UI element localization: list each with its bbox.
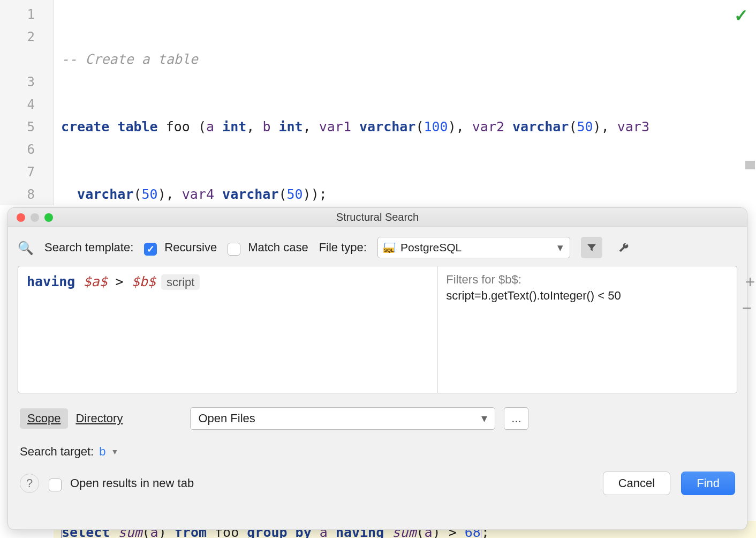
scope-tab[interactable]: Scope: [20, 408, 68, 429]
kw: create: [61, 119, 109, 134]
gutter-mark[interactable]: [745, 161, 755, 169]
chevron-down-icon: ▾: [481, 412, 487, 425]
filter-icon[interactable]: [581, 237, 602, 258]
chevron-down-icon: ▾: [557, 241, 563, 254]
id: foo: [166, 119, 190, 134]
line-number: 7: [0, 161, 53, 183]
line-number: 5: [0, 116, 53, 138]
line-number-wrap: [0, 48, 53, 71]
cancel-button[interactable]: Cancel: [603, 472, 670, 495]
line-number: 2: [0, 26, 53, 48]
template-editor[interactable]: having $a$ > $b$script: [18, 266, 437, 393]
close-icon[interactable]: [17, 213, 25, 222]
checkbox-icon[interactable]: [144, 243, 157, 256]
dialog-title: Structural Search: [8, 211, 747, 223]
gutter: 1 2 3 4 5 6 7 8: [0, 0, 54, 205]
file-type-select[interactable]: PostgreSQL ▾: [377, 237, 570, 258]
structural-search-dialog: Structural Search 🔍 Search template: Rec…: [7, 207, 747, 530]
recursive-label: Recursive: [164, 241, 217, 255]
line-number: 6: [0, 138, 53, 161]
type: varchar: [222, 186, 278, 202]
match-case-label: Match case: [248, 241, 308, 255]
template-var-b[interactable]: $b$: [132, 274, 156, 289]
template-var-a[interactable]: $a$: [83, 274, 107, 289]
kw: having: [27, 274, 75, 289]
num: 100: [424, 119, 448, 134]
file-type-label: File type:: [319, 241, 367, 255]
kw: table: [117, 119, 157, 134]
checkmark-icon: ✓: [734, 5, 749, 26]
comment: -- Create a table: [61, 51, 198, 67]
file-type-value: PostgreSQL: [400, 241, 552, 254]
dialog-titlebar[interactable]: Structural Search: [8, 208, 747, 227]
type: varchar: [77, 186, 133, 202]
type: varchar: [359, 119, 415, 134]
open-results-checkbox[interactable]: Open results in new tab: [49, 476, 194, 490]
scope-value: Open Files: [198, 412, 255, 425]
line-number: 8: [0, 183, 53, 206]
num: 50: [287, 186, 303, 202]
wrench-icon[interactable]: [613, 237, 634, 258]
type: varchar: [512, 119, 569, 134]
match-case-checkbox[interactable]: Match case: [228, 241, 308, 255]
scope-ellipsis-button[interactable]: ...: [504, 407, 528, 430]
directory-tab[interactable]: Directory: [68, 408, 130, 429]
line-number: 1: [0, 3, 53, 26]
search-target-value[interactable]: b: [99, 445, 105, 459]
search-target-label: Search target:: [20, 445, 94, 459]
zoom-icon[interactable]: [44, 213, 53, 222]
recursive-checkbox[interactable]: Recursive: [144, 241, 217, 255]
checkbox-icon[interactable]: [228, 243, 240, 256]
line-number: 3: [0, 71, 53, 93]
code-editor[interactable]: 1 2 3 4 5 6 7 8 -- Create a table create…: [0, 0, 756, 205]
filters-header: Filters for $b$:: [437, 266, 737, 289]
search-icon[interactable]: 🔍: [18, 241, 34, 256]
id: var2: [472, 119, 504, 134]
num: 50: [577, 119, 593, 134]
id: a: [206, 119, 214, 134]
dialog-toolbar: 🔍 Search template: Recursive Match case …: [8, 227, 747, 266]
filters-panel[interactable]: Filters for $b$: script=b.getText().toIn…: [437, 266, 737, 393]
num: 50: [142, 186, 158, 202]
remove-filter-icon[interactable]: −: [742, 299, 756, 317]
id: var1: [319, 119, 351, 134]
chevron-down-icon[interactable]: ▼: [111, 447, 118, 456]
script-tag[interactable]: script: [161, 274, 200, 290]
search-template-label: Search template:: [44, 241, 133, 255]
sql-file-icon: [384, 243, 395, 252]
type: int: [279, 119, 303, 134]
editor-marker-strip: ✓: [740, 0, 756, 205]
code-area[interactable]: -- Create a table create table foo (a in…: [54, 0, 756, 205]
id: b: [262, 119, 270, 134]
type: int: [222, 119, 246, 134]
filters-body: script=b.getText().toInteger() < 50: [437, 289, 737, 303]
checkbox-icon[interactable]: [49, 479, 62, 491]
scope-select[interactable]: Open Files ▾: [190, 407, 495, 430]
minimize-icon: [31, 213, 39, 222]
line-number: 4: [0, 93, 53, 116]
find-button[interactable]: Find: [681, 472, 735, 495]
id: var4: [182, 186, 214, 202]
add-filter-icon[interactable]: ＋: [742, 271, 756, 293]
help-icon[interactable]: ?: [20, 474, 39, 493]
op: >: [116, 274, 124, 289]
id: var3: [617, 119, 649, 134]
open-results-label: Open results in new tab: [70, 476, 194, 490]
scope-segmented[interactable]: Scope Directory: [20, 408, 130, 429]
